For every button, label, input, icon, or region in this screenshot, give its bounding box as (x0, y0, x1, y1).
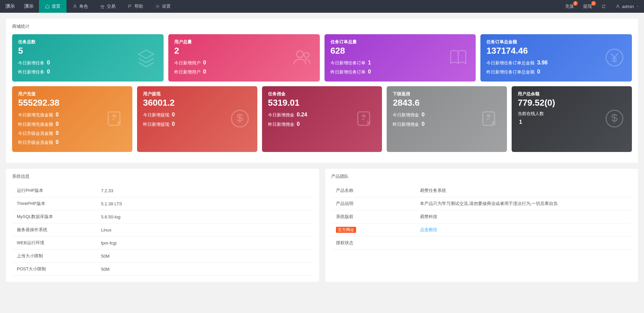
nav-home[interactable]: 首页 (39, 0, 67, 13)
stat-card: 下级返佣 2843.6 今日新增佣金 0昨日新增佣金 0 (387, 86, 507, 152)
nav-user[interactable]: 角色 (67, 0, 94, 13)
stats-title: 商城统计 (12, 23, 632, 30)
sysinfo-table: 运行PHP版本7.2.33ThinkPHP版本5.1.38 LTSMySQL数据… (12, 184, 313, 276)
table-row: 官方网址点击前往 (331, 223, 632, 237)
sysinfo-title: 系统信息 (12, 173, 313, 179)
nav: 首页角色交易帮助设置 (39, 0, 177, 13)
stat-card: 用户充值 555292.38 今日新增充值金额 0昨日新增充值金额 0今日升级会… (12, 86, 132, 152)
nav-scale[interactable]: 交易 (94, 0, 122, 13)
team-table: 产品名称易赞任务系统产品说明本产品只为学习测试交流,请勿要做商业或者用于违法行为… (331, 184, 632, 250)
recharge-badge: 0 (573, 1, 578, 6)
book-icon (448, 47, 468, 68)
table-row: 授权状态 (331, 237, 632, 250)
stat-card: 用户总余额 779.52(0) 当前在线人数1 (512, 86, 632, 152)
nav-gear[interactable]: 设置 (149, 0, 177, 13)
team-panel: 产品团队 产品名称易赞任务系统产品说明本产品只为学习测试交流,请勿要做商业或者用… (325, 169, 638, 282)
gear-icon (155, 4, 160, 9)
stack-icon (136, 47, 156, 68)
stat-card: 任务总数 5 今日新增任务 0 昨日新增任务 0 (12, 34, 164, 82)
stat-card: 任务订单总量 628 今日新增任务订单 1 昨日新增任务订单 0 (325, 34, 476, 82)
stat-card: 任务订单总金额 137174.46 今日新增任务订单总金额 3.98 昨日新增任… (480, 34, 632, 82)
stat-card: 用户总量 2 今日新增用户 0 昨日新增用户 0 (168, 34, 320, 82)
brand: 演示 演示 (0, 3, 39, 9)
table-row: WEB运行环境fpm-fcgi (12, 237, 313, 250)
top-actions: 充值 0 提现 0 admin (560, 0, 644, 13)
recharge-button[interactable]: 充值 0 (560, 0, 578, 13)
withdraw-button[interactable]: 提现 0 (578, 0, 597, 13)
users-icon (292, 47, 312, 68)
scale-icon (100, 4, 105, 9)
team-title: 产品团队 (331, 173, 632, 179)
edit-icon (354, 109, 375, 130)
dollar-icon (604, 109, 625, 130)
chevron-down-icon (636, 5, 639, 8)
table-row: MySQL数据库版本5.6.50-log (12, 210, 313, 223)
user-icon (73, 4, 77, 9)
edit-icon (105, 109, 125, 130)
yen-icon (604, 47, 625, 68)
table-row: 上传大小限制50M (12, 250, 313, 263)
user-icon (615, 4, 620, 9)
withdraw-badge: 0 (591, 1, 596, 6)
table-row: POST大小限制50M (12, 263, 313, 276)
user-menu[interactable]: admin (611, 0, 644, 13)
refresh-icon (601, 4, 606, 9)
table-row: ThinkPHP版本5.1.38 LTS (12, 197, 313, 210)
topbar: 演示 演示 首页角色交易帮助设置 充值 0 提现 0 admin (0, 0, 644, 13)
flag-icon (128, 4, 132, 9)
table-row: 产品名称易赞任务系统 (331, 184, 632, 197)
card-row-2: 用户充值 555292.38 今日新增充值金额 0昨日新增充值金额 0今日升级会… (12, 86, 632, 152)
tag: 官方网址 (336, 227, 356, 233)
home-icon (45, 4, 50, 9)
table-row: 系统版权易赞科技 (331, 210, 632, 223)
edit-icon (479, 109, 500, 130)
refresh-button[interactable] (597, 0, 611, 13)
stat-card: 用户提现 36001.2 今日新增提现 0昨日新增提现 0 (137, 86, 257, 152)
nav-flag[interactable]: 帮助 (122, 0, 149, 13)
table-row: 运行PHP版本7.2.33 (12, 184, 313, 197)
sysinfo-panel: 系统信息 运行PHP版本7.2.33ThinkPHP版本5.1.38 LTSMy… (6, 169, 319, 282)
stat-card: 任务佣金 5319.01 今日新增佣金 0.24昨日新增佣金 0 (262, 86, 382, 152)
table-row: 服务器操作系统Linux (12, 223, 313, 237)
official-link[interactable]: 点击前往 (420, 227, 437, 232)
stats-panel: 商城统计 任务总数 5 今日新增任务 0 昨日新增任务 0 用户总量 2 今日新… (6, 19, 638, 163)
table-row: 产品说明本产品只为学习测试交流,请勿要做商业或者用于违法行为,一切后果自负 (331, 197, 632, 210)
card-row-1: 任务总数 5 今日新增任务 0 昨日新增任务 0 用户总量 2 今日新增用户 0… (12, 34, 632, 82)
dollar-icon (230, 109, 250, 130)
svg-point-0 (617, 5, 618, 6)
